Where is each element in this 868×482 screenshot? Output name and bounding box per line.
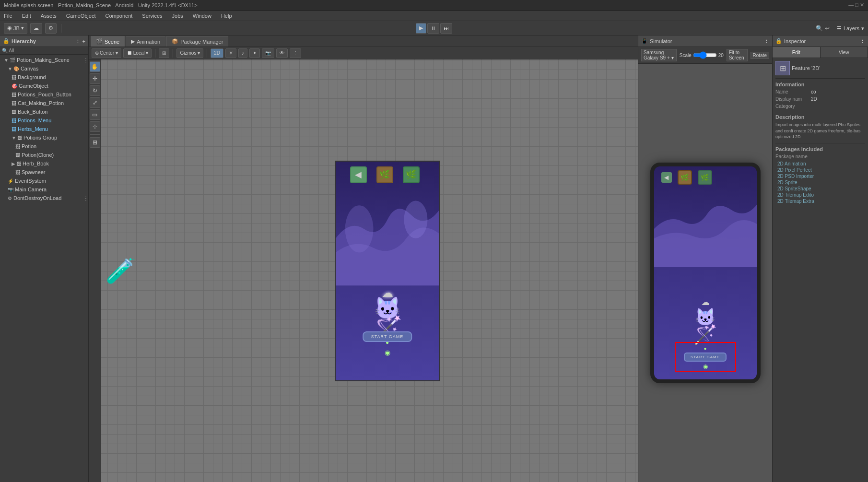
fx-btn[interactable]: ✦ bbox=[249, 48, 260, 58]
account-dropdown-icon: ▾ bbox=[21, 25, 24, 31]
menu-file[interactable]: File bbox=[2, 12, 14, 20]
hierarchy-add-icon[interactable]: + bbox=[82, 38, 85, 44]
scale-label: Scale bbox=[680, 53, 692, 58]
scene-tabs-bar: 🎬 Scene ▶ Animation 📦 Package Manager bbox=[89, 35, 638, 47]
tab-animation[interactable]: ▶ Animation bbox=[126, 36, 165, 47]
hierarchy-item-herbs-menu[interactable]: 🖼 Herbs_Menu bbox=[0, 125, 88, 133]
simulator-icon: 📱 bbox=[641, 38, 648, 44]
scale-tool[interactable]: ⤢ bbox=[90, 97, 100, 108]
step-button[interactable]: ⏭ bbox=[440, 23, 452, 34]
hierarchy-item-gameobject[interactable]: 🎯 GameObject bbox=[0, 82, 88, 90]
menu-component[interactable]: Component bbox=[103, 12, 134, 20]
menu-services[interactable]: Services bbox=[140, 12, 164, 20]
hierarchy-item-eventsystem[interactable]: ⚡ EventSystem bbox=[0, 176, 88, 185]
hierarchy-item-back-button[interactable]: 🖼 Back_Button bbox=[0, 107, 88, 116]
rotate-tool[interactable]: ↻ bbox=[90, 85, 100, 96]
hierarchy-item-label: Potion bbox=[22, 143, 36, 149]
transform-tool[interactable]: ⊹ bbox=[90, 121, 100, 132]
layers-control[interactable]: ☰ Layers ▾ bbox=[837, 25, 864, 31]
hierarchy-item-label: Main Camera bbox=[15, 187, 47, 192]
hierarchy-item-scene[interactable]: ▼ 🎬 Potion_Making_Scene ⋮ bbox=[0, 56, 88, 64]
audio-icon: ♪ bbox=[242, 50, 244, 56]
grid-btn[interactable]: ⊞ bbox=[159, 48, 169, 58]
hierarchy-item-label: Herbs_Menu bbox=[18, 126, 48, 132]
hierarchy-item-potion-clone[interactable]: 🖼 Potion(Clone) bbox=[0, 151, 88, 159]
scene-options-icon[interactable]: ⋮ bbox=[83, 58, 88, 63]
hand-tool[interactable]: ✋ bbox=[90, 61, 100, 72]
scene-viewport[interactable]: ✋ ✛ ↻ ⤢ ▭ ⊹ ⊞ 🧪 bbox=[89, 59, 638, 482]
name-label: Name bbox=[775, 89, 809, 94]
hierarchy-menu-icon[interactable]: ⋮ bbox=[75, 38, 81, 44]
layers-icon: ☰ bbox=[837, 25, 842, 31]
cloud-button[interactable]: ☁ bbox=[30, 23, 42, 34]
dontdestroy-options-icon[interactable]: ⋮ bbox=[83, 196, 88, 201]
audio-btn[interactable]: ♪ bbox=[238, 48, 247, 58]
fit-screen-btn[interactable]: Fit to Screen bbox=[727, 49, 748, 61]
scale-slider[interactable] bbox=[693, 52, 717, 58]
local-global-btn[interactable]: 🔲 Local ▾ bbox=[123, 48, 152, 58]
hierarchy-item-dontdestroy[interactable]: ⚙ DontDestroyOnLoad ⋮ bbox=[0, 194, 88, 202]
inspector-title: Inspector bbox=[784, 38, 806, 44]
main-layout: 🔒 Hierarchy ⋮ + 🔍 All ▼ 🎬 Potion_Making_… bbox=[0, 35, 868, 482]
pause-button[interactable]: ⏸ bbox=[427, 23, 439, 34]
inspector-lock-icon: 🔒 bbox=[775, 38, 782, 44]
separator bbox=[775, 78, 865, 79]
scene-icon: 🎬 bbox=[10, 58, 15, 63]
camera-btn[interactable]: 📷 bbox=[262, 48, 274, 58]
hierarchy-item-potions-group[interactable]: ▼ 🖼 Potions Group bbox=[0, 133, 88, 142]
tab-view[interactable]: View bbox=[821, 47, 868, 58]
simulator-controls: Samsung Galaxy S9 + ▾ Scale 20 Fit to Sc… bbox=[638, 47, 772, 64]
rotate-btn[interactable]: Rotate bbox=[751, 52, 769, 59]
hierarchy-item-potion[interactable]: 🖼 Potion bbox=[0, 142, 88, 151]
package-name-label: Package name bbox=[775, 154, 809, 159]
fx-icon: ✦ bbox=[253, 50, 257, 56]
menu-window[interactable]: Window bbox=[191, 12, 213, 20]
packages-section: Packages Included bbox=[775, 146, 865, 152]
obj-icon: ⚡ bbox=[8, 178, 13, 184]
wave-svg bbox=[336, 190, 439, 286]
move-tool[interactable]: ✛ bbox=[90, 73, 100, 84]
simulator-dropdown[interactable]: Samsung Galaxy S9 + ▾ bbox=[641, 49, 677, 61]
tab-label: Animation bbox=[137, 39, 160, 45]
hierarchy-item-potions-pouch[interactable]: 🖼 Potions_Pouch_Button bbox=[0, 90, 88, 99]
obj-icon: 🖼 bbox=[15, 153, 20, 158]
gizmos-btn[interactable]: Gizmos ▾ bbox=[176, 48, 203, 58]
play-button[interactable]: ▶ bbox=[416, 23, 426, 34]
menu-gameobject[interactable]: GameObject bbox=[64, 12, 98, 20]
inspector-menu-icon[interactable]: ⋮ bbox=[860, 38, 865, 44]
menu-edit[interactable]: Edit bbox=[20, 12, 33, 20]
light-btn[interactable]: ☀ bbox=[225, 48, 236, 58]
center-pivot-btn[interactable]: ⊕ Center ▾ bbox=[92, 48, 121, 58]
menu-help[interactable]: Help bbox=[219, 12, 234, 20]
tab-scene[interactable]: 🎬 Scene bbox=[91, 36, 125, 47]
description-section: Description bbox=[775, 114, 865, 120]
hierarchy-item-cat[interactable]: 🖼 Cat_Making_Potion bbox=[0, 99, 88, 107]
simulator-menu-icon[interactable]: ⋮ bbox=[764, 38, 769, 44]
menu-assets[interactable]: Assets bbox=[39, 12, 59, 20]
more-btn[interactable]: ⋮ bbox=[290, 48, 301, 58]
hierarchy-item-herb-book[interactable]: ▶ 🖼 Herb_Book bbox=[0, 159, 88, 168]
tab-package-manager[interactable]: 📦 Package Manager bbox=[166, 36, 228, 47]
simulator-panel: 📱 Simulator ⋮ Samsung Galaxy S9 + ▾ Scal… bbox=[638, 35, 772, 482]
custom-tool[interactable]: ⊞ bbox=[90, 137, 100, 148]
hierarchy-item-main-camera[interactable]: 📷 Main Camera bbox=[0, 185, 88, 194]
hierarchy-item-background[interactable]: 🖼 Background bbox=[0, 73, 88, 82]
phone-mockup: ◀ 🌿 🌿 ☁ 🐱 🪄 ● START GAME ◉ bbox=[650, 163, 761, 383]
hierarchy-item-canvas[interactable]: ▼ 🎨 Canvas bbox=[0, 64, 88, 73]
settings-icon: ⚙ bbox=[48, 25, 53, 31]
hide-btn[interactable]: 👁 bbox=[276, 48, 288, 58]
account-button[interactable]: ◉ JB ▾ bbox=[4, 23, 27, 34]
main-toolbar: ◉ JB ▾ ☁ ⚙ ▶ ⏸ ⏭ ☰ Layers ▾ 🔍 ↩ bbox=[0, 21, 868, 35]
2d-btn[interactable]: 2D bbox=[211, 48, 223, 58]
display-name-label: Display nam bbox=[775, 96, 809, 102]
hierarchy-item-potions-menu[interactable]: 🖼 Potions_Menu bbox=[0, 116, 88, 125]
menu-jobs[interactable]: Jobs bbox=[170, 12, 185, 20]
pkg-item-5: 2D Tilemap Edito bbox=[775, 192, 865, 198]
local-icon: 🔲 bbox=[127, 50, 132, 56]
hierarchy-item-spawneer[interactable]: 🖼 Spawneer bbox=[0, 168, 88, 176]
settings-button[interactable]: ⚙ bbox=[45, 23, 57, 34]
scene-tool-palette: ✋ ✛ ↻ ⤢ ▭ ⊹ ⊞ bbox=[89, 59, 101, 482]
tab-edit[interactable]: Edit bbox=[773, 47, 821, 58]
simulator-header: 📱 Simulator ⋮ bbox=[638, 35, 772, 47]
rect-tool[interactable]: ▭ bbox=[90, 109, 100, 120]
